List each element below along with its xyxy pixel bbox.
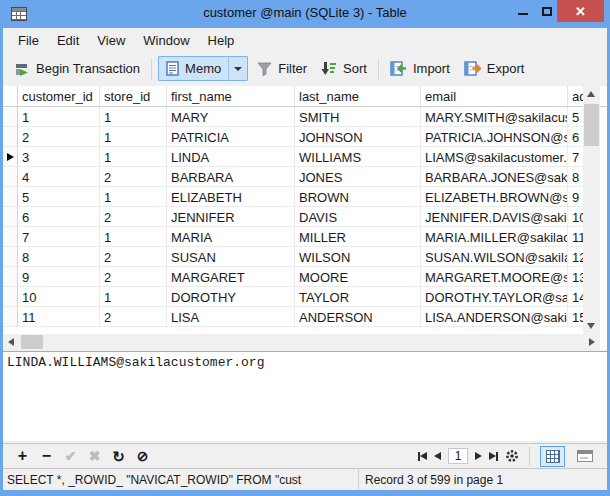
close-button[interactable]: ✕	[557, 0, 604, 22]
table-row[interactable]: 31LINDAWILLIAMSLIAMS@sakilacustomer.org7	[3, 147, 607, 167]
column-header-last_name[interactable]: last_name	[295, 86, 421, 106]
column-header-first_name[interactable]: first_name	[167, 86, 295, 106]
cell-last_name[interactable]: MOORE	[295, 267, 421, 287]
cell-last_name[interactable]: SMITH	[295, 107, 421, 127]
cell-first_name[interactable]: JENNIFER	[167, 207, 295, 227]
row-selector[interactable]	[3, 307, 18, 327]
cell-customer_id[interactable]: 5	[18, 187, 100, 207]
cell-first_name[interactable]: SUSAN	[167, 247, 295, 267]
cell-last_name[interactable]: WILLIAMS	[295, 147, 421, 167]
cell-customer_id[interactable]: 4	[18, 167, 100, 187]
filter-button[interactable]: Filter	[250, 57, 314, 80]
cell-customer_id[interactable]: 7	[18, 227, 100, 247]
cell-address_id[interactable]: 10	[568, 207, 583, 227]
cell-email[interactable]: SUSAN.WILSON@sakilacustomer.org	[421, 247, 568, 267]
table-row[interactable]: 11MARYSMITHMARY.SMITH@sakilacustomer.org…	[3, 107, 607, 127]
row-selector[interactable]	[3, 247, 18, 267]
cell-first_name[interactable]: DOROTHY	[167, 287, 295, 307]
cell-email[interactable]: PATRICIA.JOHNSON@sakilacustomer.org	[421, 127, 568, 147]
row-selector[interactable]	[3, 267, 18, 287]
cell-last_name[interactable]: JOHNSON	[295, 127, 421, 147]
cell-first_name[interactable]: MARIA	[167, 227, 295, 247]
cell-email[interactable]: DOROTHY.TAYLOR@sakilacustomer.org	[421, 287, 568, 307]
cell-last_name[interactable]: MILLER	[295, 227, 421, 247]
refresh-button[interactable]: ↻	[111, 449, 126, 464]
cell-store_id[interactable]: 2	[100, 247, 167, 267]
maximize-button[interactable]	[536, 0, 558, 22]
cell-store_id[interactable]: 1	[100, 107, 167, 127]
cell-last_name[interactable]: TAYLOR	[295, 287, 421, 307]
cell-customer_id[interactable]: 8	[18, 247, 100, 267]
scroll-right-icon[interactable]	[589, 338, 595, 346]
next-page-button[interactable]	[475, 452, 482, 460]
vertical-scrollbar[interactable]	[583, 86, 600, 334]
table-row[interactable]: 82SUSANWILSONSUSAN.WILSON@sakilacustomer…	[3, 247, 607, 267]
row-selector[interactable]	[3, 227, 18, 247]
cell-address_id[interactable]: 14	[568, 287, 583, 307]
grid-view-button[interactable]	[540, 446, 565, 467]
vertical-scroll-thumb[interactable]	[584, 104, 599, 146]
cell-address_id[interactable]: 7	[568, 147, 583, 167]
cell-customer_id[interactable]: 1	[18, 107, 100, 127]
table-row[interactable]: 62JENNIFERDAVISJENNIFER.DAVIS@sakilacust…	[3, 207, 607, 227]
horizontal-scrollbar[interactable]	[3, 334, 600, 350]
cell-last_name[interactable]: BROWN	[295, 187, 421, 207]
export-button[interactable]: Export	[457, 57, 532, 80]
row-selector[interactable]	[3, 107, 18, 127]
cell-store_id[interactable]: 2	[100, 267, 167, 287]
table-row[interactable]: 71MARIAMILLERMARIA.MILLER@sakilacustomer…	[3, 227, 607, 247]
cell-customer_id[interactable]: 2	[18, 127, 100, 147]
page-number-input[interactable]: 1	[448, 448, 468, 464]
column-header-store_id[interactable]: store_id	[100, 86, 167, 106]
cell-email[interactable]: BARBARA.JONES@sakilacustomer.org	[421, 167, 568, 187]
cell-email[interactable]: LISA.ANDERSON@sakilacustomer.org	[421, 307, 568, 327]
minimize-button[interactable]	[512, 0, 534, 22]
cell-first_name[interactable]: LINDA	[167, 147, 295, 167]
menu-view[interactable]: View	[88, 30, 134, 51]
cell-address_id[interactable]: 13	[568, 267, 583, 287]
add-record-button[interactable]: +	[15, 448, 30, 464]
memo-button[interactable]: Memo	[159, 57, 228, 80]
cell-first_name[interactable]: ELIZABETH	[167, 187, 295, 207]
cell-last_name[interactable]: ANDERSON	[295, 307, 421, 327]
table-row[interactable]: 21PATRICIAJOHNSONPATRICIA.JOHNSON@sakila…	[3, 127, 607, 147]
cell-store_id[interactable]: 2	[100, 307, 167, 327]
cell-email[interactable]: JENNIFER.DAVIS@sakilacustomer.org	[421, 207, 568, 227]
previous-page-button[interactable]	[434, 452, 441, 460]
menu-edit[interactable]: Edit	[48, 30, 88, 51]
menu-window[interactable]: Window	[134, 30, 198, 51]
menu-file[interactable]: File	[9, 30, 48, 51]
cell-address_id[interactable]: 15	[568, 307, 583, 327]
cell-first_name[interactable]: MARGARET	[167, 267, 295, 287]
cell-customer_id[interactable]: 9	[18, 267, 100, 287]
apply-changes-button[interactable]: ✔	[63, 449, 78, 463]
cell-address_id[interactable]: 9	[568, 187, 583, 207]
first-page-button[interactable]	[418, 452, 427, 461]
cell-store_id[interactable]: 1	[100, 187, 167, 207]
scroll-left-icon[interactable]	[8, 338, 14, 346]
column-header-email[interactable]: email	[421, 86, 568, 106]
delete-record-button[interactable]: −	[39, 448, 54, 464]
table-row[interactable]: 101DOROTHYTAYLORDOROTHY.TAYLOR@sakilacus…	[3, 287, 607, 307]
row-selector[interactable]	[3, 147, 18, 167]
form-view-button[interactable]	[572, 446, 597, 467]
row-selector[interactable]	[3, 187, 18, 207]
cell-customer_id[interactable]: 6	[18, 207, 100, 227]
cell-last_name[interactable]: WILSON	[295, 247, 421, 267]
menu-help[interactable]: Help	[199, 30, 244, 51]
column-header-address_id[interactable]: address_id	[568, 86, 583, 106]
cell-customer_id[interactable]: 11	[18, 307, 100, 327]
import-button[interactable]: Import	[383, 57, 457, 80]
settings-button[interactable]	[505, 449, 519, 463]
last-page-button[interactable]	[489, 452, 498, 461]
scroll-down-icon[interactable]	[587, 323, 595, 329]
cell-email[interactable]: MARGARET.MOORE@sakilacustomer.org	[421, 267, 568, 287]
cell-address_id[interactable]: 8	[568, 167, 583, 187]
discard-changes-button[interactable]: ✖	[87, 449, 102, 463]
cell-store_id[interactable]: 1	[100, 227, 167, 247]
memo-dropdown-button[interactable]	[228, 57, 247, 80]
row-selector[interactable]	[3, 127, 18, 147]
memo-panel[interactable]: LINDA.WILLIAMS@sakilacustomer.org	[3, 351, 607, 441]
table-row[interactable]: 112LISAANDERSONLISA.ANDERSON@sakilacusto…	[3, 307, 607, 327]
stop-button[interactable]: ⊘	[135, 449, 150, 463]
